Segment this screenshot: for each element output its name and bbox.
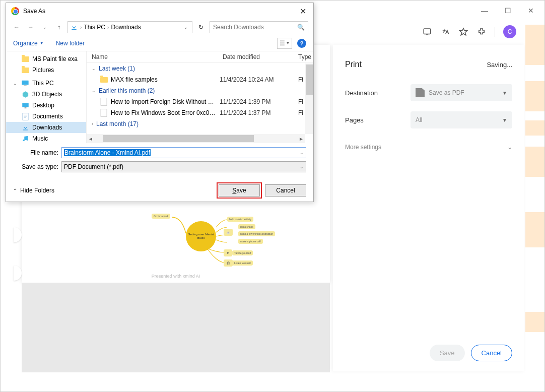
tree-item-label: Downloads: [32, 124, 62, 131]
extensions-icon[interactable]: [476, 27, 487, 37]
tree-item-label: Documents: [32, 113, 63, 120]
translate-icon[interactable]: [440, 27, 450, 37]
new-folder-button[interactable]: New folder: [56, 40, 85, 47]
savetype-select[interactable]: PDF Document (*.pdf) ⌄: [61, 161, 306, 172]
save-as-dialog: Save As ✕ ← → ⌄ ↑ › This PC › Downloads …: [6, 3, 314, 202]
pc-icon: [21, 79, 29, 87]
profile-avatar[interactable]: C: [503, 25, 516, 38]
bg-decoration: [525, 25, 544, 65]
organize-menu[interactable]: Organize ▼: [13, 40, 44, 47]
breadcrumb-item[interactable]: Downloads: [111, 24, 141, 31]
dialog-save-button[interactable]: Save: [219, 184, 260, 197]
more-settings-toggle[interactable]: More settings ⌄: [333, 137, 524, 158]
dialog-close-button[interactable]: ✕: [298, 5, 308, 18]
filename-value: Brainstorm Alone - Xmind AI.pdf: [64, 149, 151, 156]
column-type[interactable]: Type: [298, 53, 308, 60]
svg-rect-8: [22, 103, 29, 107]
divider: [495, 27, 495, 37]
preview-handle[interactable]: [14, 227, 22, 242]
list-header[interactable]: Name Date modified Type: [87, 51, 313, 63]
mindmap-branch: make a phone call: [238, 239, 263, 244]
tree-item-music[interactable]: Music: [6, 133, 86, 143]
window-maximize-button[interactable]: ☐: [496, 3, 519, 19]
nav-back-button[interactable]: ←: [11, 22, 22, 33]
file-name: How to Fix Windows Boot Error 0xc00000..…: [111, 109, 217, 116]
folder-tree: MS Paint file exaPictures⌄This PC3D Obje…: [6, 51, 87, 143]
tree-item-3d-objects[interactable]: 3D Objects: [6, 89, 86, 100]
print-save-button[interactable]: Save: [430, 345, 465, 361]
svg-point-15: [23, 140, 25, 142]
chevron-down-icon[interactable]: ⌄: [300, 150, 304, 155]
tree-item-desktop[interactable]: Desktop: [6, 100, 86, 111]
mindmap-branch: get a snack: [238, 224, 255, 229]
tree-item-this-pc[interactable]: ⌄This PC: [6, 78, 86, 89]
breadcrumb-item[interactable]: This PC: [84, 24, 105, 31]
nav-up-button[interactable]: ↑: [53, 22, 64, 33]
svg-rect-7: [24, 86, 26, 86]
mindmap-branch: Talk to yourself: [232, 250, 253, 255]
file-group-header[interactable]: ⌄Last week (1): [87, 63, 313, 74]
preview-background: [22, 283, 330, 372]
mindmap-branch: Go for a walk: [152, 214, 170, 219]
search-icon: 🔍: [297, 24, 305, 31]
nav-recent-dropdown[interactable]: ⌄: [39, 22, 50, 33]
help-button[interactable]: ?: [297, 39, 306, 48]
view-options-button[interactable]: ☰ ▼: [277, 38, 292, 49]
destination-select[interactable]: Save as PDF ▼: [411, 84, 512, 101]
svg-rect-18: [101, 109, 107, 117]
mindmap-connectors: [157, 212, 278, 278]
tree-item-ms-paint-file-exa[interactable]: MS Paint file exa: [6, 53, 86, 64]
3d-icon: [21, 90, 29, 98]
file-list: Name Date modified Type ⌄Last week (1)MA…: [87, 51, 313, 143]
filename-input[interactable]: Brainstorm Alone - Xmind AI.pdf ⌄: [61, 147, 306, 158]
horizontal-scrollbar[interactable]: ◄►: [87, 134, 305, 143]
file-icon: [100, 109, 108, 117]
file-date: 11/1/2024 1:39 PM: [220, 98, 295, 105]
address-breadcrumb[interactable]: › This PC › Downloads ⌄: [67, 21, 192, 33]
breadcrumb-dropdown[interactable]: ⌄: [182, 25, 190, 30]
file-name: How to Import Foreign Disk Without Losi.…: [111, 98, 217, 105]
search-input[interactable]: [213, 24, 297, 31]
file-group-header[interactable]: ⌄Earlier this month (2): [87, 85, 313, 96]
destination-value: Save as PDF: [429, 89, 464, 96]
print-cancel-button[interactable]: Cancel: [471, 345, 512, 361]
tree-item-documents[interactable]: Documents: [6, 111, 86, 122]
svg-marker-1: [460, 28, 467, 35]
column-name[interactable]: Name: [92, 53, 223, 60]
refresh-button[interactable]: ↻: [195, 22, 207, 33]
hide-folders-toggle[interactable]: ⌃ Hide Folders: [13, 187, 54, 194]
tree-item-pictures[interactable]: Pictures: [6, 64, 86, 76]
file-row[interactable]: How to Import Foreign Disk Without Losi.…: [87, 96, 313, 107]
pages-label: Pages: [345, 116, 405, 124]
bookmark-star-icon[interactable]: [458, 27, 468, 37]
chevron-down-icon: ▼: [502, 90, 507, 96]
file-date: 11/4/2024 10:24 AM: [220, 76, 295, 83]
chevron-icon: ⌄: [92, 66, 96, 71]
chevron-down-icon[interactable]: ⌄: [300, 164, 304, 169]
file-row[interactable]: MAX file samples11/4/2024 10:24 AMFi: [87, 74, 313, 85]
nav-forward-button[interactable]: →: [25, 22, 36, 33]
svg-point-16: [26, 139, 28, 141]
vertical-scrollbar[interactable]: [305, 63, 313, 134]
svg-rect-10: [22, 113, 28, 120]
chevron-down-icon: ▼: [502, 117, 507, 123]
column-date[interactable]: Date modified: [223, 53, 298, 60]
dialog-titlebar: Save As ✕: [6, 3, 313, 19]
pages-select[interactable]: All ▼: [411, 111, 512, 128]
mindmap-branch: Listen to music: [232, 260, 253, 266]
print-title: Print: [345, 60, 362, 69]
mindmap-branch-icon: 🗣: [224, 249, 232, 256]
search-box[interactable]: 🔍: [210, 21, 308, 33]
file-group-header[interactable]: ›Last month (17): [87, 118, 313, 129]
tree-item-label: This PC: [32, 80, 54, 87]
preview-handle[interactable]: [14, 266, 22, 281]
savetype-value: PDF Document (*.pdf): [64, 163, 123, 170]
file-row[interactable]: How to Fix Windows Boot Error 0xc00000..…: [87, 107, 313, 118]
window-close-button[interactable]: ✕: [519, 3, 542, 19]
cast-icon[interactable]: [422, 27, 432, 37]
window-minimize-button[interactable]: —: [473, 3, 496, 19]
download-icon: [21, 123, 29, 132]
mindmap-branch: help boost creativity: [227, 217, 253, 222]
tree-item-downloads[interactable]: Downloads: [6, 122, 86, 133]
dialog-cancel-button[interactable]: Cancel: [265, 184, 306, 197]
